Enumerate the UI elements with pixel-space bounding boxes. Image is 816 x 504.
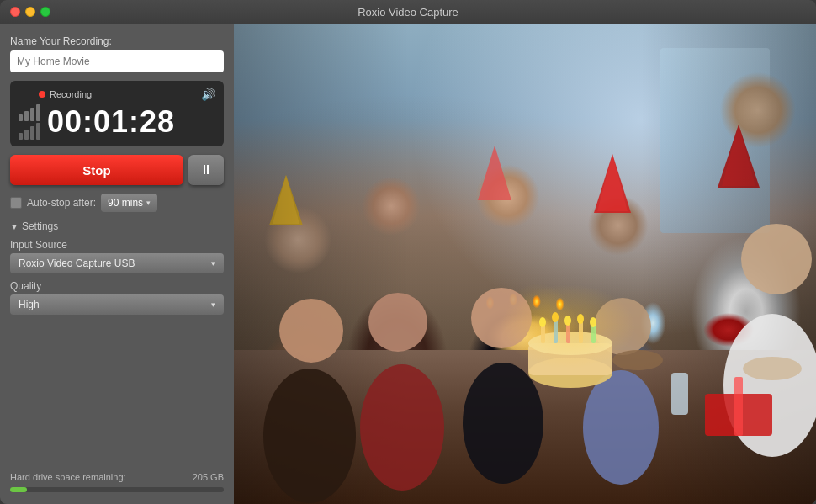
hdd-label: Hard drive space remaining: [10, 472, 126, 482]
title-bar: Roxio Video Capture [0, 0, 816, 24]
input-source-label: Input Source [10, 239, 224, 251]
hdd-progress-fill [10, 487, 27, 492]
quality-dropdown[interactable]: High ▾ [10, 294, 224, 315]
hdd-row: Hard drive space remaining: 205 GB [10, 472, 224, 482]
autostop-row: Auto-stop after: 90 mins ▾ [10, 194, 224, 212]
quality-label: Quality [10, 280, 224, 292]
name-input[interactable] [10, 50, 224, 72]
timer-box: Recording 🔊 [10, 81, 224, 146]
name-label: Name Your Recording: [10, 35, 224, 47]
main-layout: Name Your Recording: [0, 24, 816, 504]
name-section: Name Your Recording: [10, 35, 224, 72]
timer-top: Recording 🔊 [19, 88, 215, 101]
chevron-down-icon: ▾ [211, 259, 215, 268]
window-title: Roxio Video Capture [358, 6, 458, 19]
chevron-down-icon: ▾ [146, 199, 151, 207]
autostop-value: 90 mins [108, 197, 143, 209]
input-source-field: Input Source Roxio Video Capture USB ▾ [10, 239, 224, 273]
quality-value: High [19, 299, 40, 310]
autostop-label: Auto-stop after: [27, 197, 96, 209]
hdd-value: 205 GB [193, 472, 224, 482]
input-source-value: Roxio Video Capture USB [19, 257, 135, 269]
playback-controls: Stop ⏸ [10, 155, 224, 185]
signal-bars-icon [19, 104, 40, 140]
window-controls[interactable] [10, 7, 50, 17]
pause-icon: ⏸ [199, 162, 213, 178]
video-panel [234, 24, 816, 504]
input-source-dropdown[interactable]: Roxio Video Capture USB ▾ [10, 253, 224, 273]
audio-level-bars [19, 88, 34, 101]
autostop-checkbox[interactable] [10, 197, 22, 209]
quality-field: Quality High ▾ [10, 280, 224, 315]
video-scene [234, 24, 816, 504]
stop-button[interactable]: Stop [10, 155, 183, 185]
scene-overlay [234, 24, 816, 504]
bottom-status: Hard drive space remaining: 205 GB [10, 472, 224, 492]
settings-section: ▼ Settings Input Source Roxio Video Capt… [10, 220, 224, 315]
pause-button[interactable]: ⏸ [188, 155, 224, 185]
maximize-button[interactable] [40, 7, 50, 17]
timer-display-time: 00:01:28 [47, 104, 175, 140]
settings-header[interactable]: ▼ Settings [10, 220, 224, 232]
settings-collapse-icon: ▼ [10, 222, 19, 231]
chevron-down-icon: ▾ [211, 300, 215, 309]
timer-display: 00:01:28 [19, 104, 215, 140]
autostop-dropdown[interactable]: 90 mins ▾ [101, 194, 157, 212]
close-button[interactable] [10, 7, 20, 17]
hdd-progress-bar [10, 487, 224, 492]
left-panel: Name Your Recording: [0, 24, 234, 504]
settings-label: Settings [22, 220, 58, 232]
recording-dot [39, 91, 45, 98]
minimize-button[interactable] [25, 7, 35, 17]
recording-label: Recording [50, 89, 92, 99]
timer-top-left: Recording [19, 88, 92, 101]
volume-icon: 🔊 [201, 88, 215, 101]
